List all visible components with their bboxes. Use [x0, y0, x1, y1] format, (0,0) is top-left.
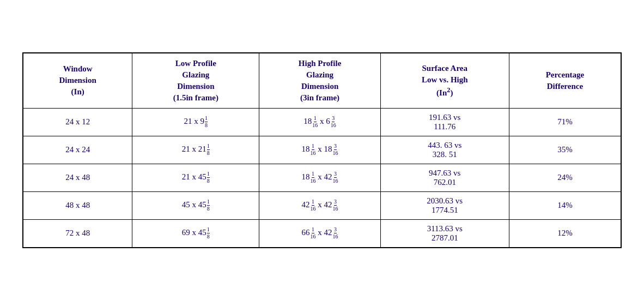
glazing-comparison-table: WindowDimension(In) Low ProfileGlazingDi… — [22, 52, 622, 248]
table-row: 48 x 4845 x 451842116 x 423162030.63 vs1… — [23, 191, 621, 219]
table-row: 72 x 4869 x 451866116 x 423163113.63 vs2… — [23, 219, 621, 248]
header-surface-area: Surface AreaLow vs. High(In2) — [380, 53, 509, 109]
cell-high-profile: 42116 x 42316 — [259, 191, 380, 219]
cell-window-dim: 48 x 48 — [23, 191, 132, 219]
cell-window-dim: 24 x 48 — [23, 164, 132, 191]
cell-low-profile: 69 x 4518 — [132, 219, 259, 248]
table-row: 24 x 1221 x 91818116 x 6316191.63 vs111.… — [23, 108, 621, 136]
cell-surface-area: 947.63 vs762.01 — [380, 164, 509, 191]
cell-surface-area: 443. 63 vs328. 51 — [380, 136, 509, 164]
cell-surface-area: 3113.63 vs2787.01 — [380, 219, 509, 248]
table-row: 24 x 2421 x 211818116 x 18316443. 63 vs3… — [23, 136, 621, 164]
table-row: 24 x 4821 x 451818116 x 42316947.63 vs76… — [23, 164, 621, 191]
cell-percentage: 14% — [509, 191, 621, 219]
cell-window-dim: 24 x 12 — [23, 108, 132, 136]
cell-high-profile: 18116 x 18316 — [259, 136, 380, 164]
table-container: WindowDimension(In) Low ProfileGlazingDi… — [22, 52, 622, 248]
cell-percentage: 35% — [509, 136, 621, 164]
cell-low-profile: 21 x 918 — [132, 108, 259, 136]
header-low-profile: Low ProfileGlazingDimension(1.5in frame) — [132, 53, 259, 109]
cell-low-profile: 45 x 4518 — [132, 191, 259, 219]
header-row: WindowDimension(In) Low ProfileGlazingDi… — [23, 53, 621, 109]
cell-surface-area: 191.63 vs111.76 — [380, 108, 509, 136]
header-percentage-diff: PercentageDifference — [509, 53, 621, 109]
cell-surface-area: 2030.63 vs1774.51 — [380, 191, 509, 219]
cell-window-dim: 72 x 48 — [23, 219, 132, 248]
cell-percentage: 71% — [509, 108, 621, 136]
cell-high-profile: 18116 x 42316 — [259, 164, 380, 191]
cell-high-profile: 66116 x 42316 — [259, 219, 380, 248]
header-window-dimension: WindowDimension(In) — [23, 53, 132, 109]
cell-percentage: 24% — [509, 164, 621, 191]
cell-low-profile: 21 x 2118 — [132, 136, 259, 164]
cell-window-dim: 24 x 24 — [23, 136, 132, 164]
header-high-profile: High ProfileGlazingDimension(3in frame) — [259, 53, 380, 109]
cell-low-profile: 21 x 4518 — [132, 164, 259, 191]
cell-percentage: 12% — [509, 219, 621, 248]
cell-high-profile: 18116 x 6316 — [259, 108, 380, 136]
